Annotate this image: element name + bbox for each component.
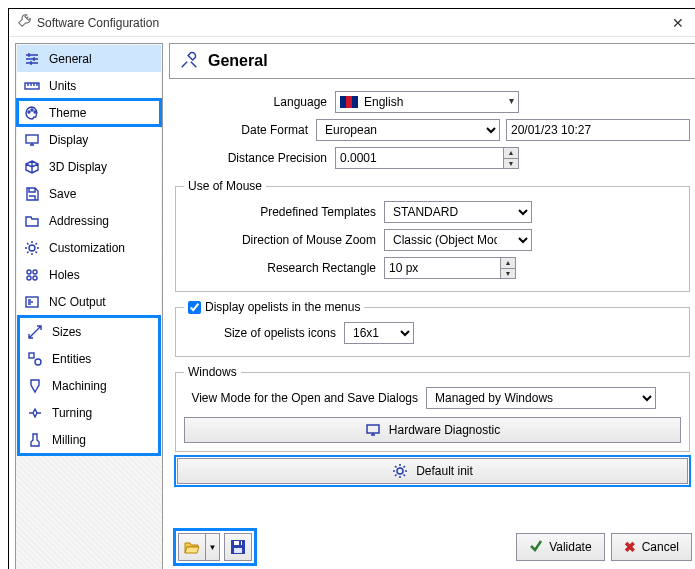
page-title: General [208, 52, 268, 70]
windows-fieldset: Windows View Mode for the Open and Save … [175, 365, 690, 452]
rect-label: Research Rectangle [184, 261, 384, 275]
svg-point-12 [35, 359, 41, 365]
shapes-icon [26, 350, 44, 368]
sidebar-item-label: General [49, 52, 155, 66]
sidebar-item-theme[interactable]: Theme [17, 99, 161, 126]
sidebar-item-label: Sizes [52, 325, 152, 339]
templates-label: Predefined Templates [184, 205, 384, 219]
windows-legend: Windows [184, 365, 241, 379]
precision-input[interactable] [335, 147, 519, 169]
sidebar-item-machining[interactable]: Machining [20, 372, 158, 399]
sidebar-item-units[interactable]: Units [17, 72, 161, 99]
spin-down[interactable]: ▼ [500, 269, 515, 279]
main: General Language English Date Format E [169, 43, 695, 569]
spin-up[interactable]: ▲ [503, 148, 518, 159]
language-select[interactable]: English [335, 91, 519, 113]
language-label: Language [175, 95, 335, 109]
svg-point-6 [27, 270, 31, 274]
sidebar-item-label: Addressing [49, 214, 155, 228]
sidebar-item-milling[interactable]: Milling [20, 426, 158, 453]
svg-point-2 [31, 109, 33, 111]
wrench-icon [17, 14, 31, 31]
flag-uk-icon [340, 96, 358, 108]
opesize-select[interactable]: 16x16 [344, 322, 414, 344]
viewmode-select[interactable]: Managed by Windows [426, 387, 656, 409]
svg-rect-13 [367, 425, 379, 433]
sidebar-item-label: Turning [52, 406, 152, 420]
svg-rect-11 [29, 353, 34, 358]
svg-point-3 [34, 111, 36, 113]
gear-icon [392, 463, 408, 479]
footer: ▼ Validate ✖ Cancel [169, 524, 695, 569]
templates-select[interactable]: STANDARD [384, 201, 532, 223]
sidebar-item-ncoutput[interactable]: NC Output [17, 288, 161, 315]
zoomdir-label: Direction of Mouse Zoom [184, 233, 384, 247]
sidebar-item-label: Customization [49, 241, 155, 255]
svg-point-8 [27, 276, 31, 280]
sidebar-item-label: Machining [52, 379, 152, 393]
sidebar-item-general[interactable]: General [17, 45, 161, 72]
viewmode-label: View Mode for the Open and Save Dialogs [184, 391, 426, 405]
close-button[interactable]: ✕ [662, 15, 694, 31]
sidebar-item-addressing[interactable]: Addressing [17, 207, 161, 234]
svg-rect-4 [26, 135, 38, 143]
window-title: Software Configuration [37, 16, 662, 30]
validate-button[interactable]: Validate [516, 533, 604, 561]
opelists-fieldset: Display opelists in the menus Size of op… [175, 300, 690, 357]
drill-icon [26, 377, 44, 395]
sidebar-item-label: Display [49, 133, 155, 147]
sliders-icon [23, 50, 41, 68]
zoomdir-select[interactable]: Classic (Object Mode) [384, 229, 532, 251]
sidebar-item-label: Entities [52, 352, 152, 366]
open-dropdown[interactable]: ▼ [206, 533, 220, 561]
sidebar-item-label: NC Output [49, 295, 155, 309]
svg-rect-18 [239, 541, 241, 545]
sidebar-item-turning[interactable]: Turning [20, 399, 158, 426]
sidebar-item-label: Theme [49, 106, 155, 120]
default-init-button[interactable]: Default init [177, 458, 688, 484]
svg-rect-17 [234, 548, 242, 553]
tools-icon [178, 49, 200, 74]
svg-point-7 [33, 270, 37, 274]
body: General Units Theme Display 3D Display [9, 37, 695, 569]
palette-icon [23, 104, 41, 122]
sidebar-item-display[interactable]: Display [17, 126, 161, 153]
language-value: English [364, 95, 403, 109]
monitor-icon [23, 131, 41, 149]
opelists-checkbox[interactable] [188, 301, 201, 314]
dateformat-preview [506, 119, 690, 141]
save-icon [23, 185, 41, 203]
dateformat-select[interactable]: European [316, 119, 500, 141]
spin-down[interactable]: ▼ [503, 159, 518, 169]
sidebar-item-label: Milling [52, 433, 152, 447]
sidebar-item-customization[interactable]: Customization [17, 234, 161, 261]
rect-input[interactable] [384, 257, 516, 279]
sidebar-item-sizes[interactable]: Sizes [20, 318, 158, 345]
lathe-icon [26, 404, 44, 422]
save-button[interactable] [224, 533, 252, 561]
content: Language English Date Format European [169, 85, 695, 518]
cancel-button[interactable]: ✖ Cancel [611, 533, 692, 561]
page-header: General [169, 43, 695, 79]
sidebar-item-label: Units [49, 79, 155, 93]
hardware-diagnostic-button[interactable]: Hardware Diagnostic [184, 417, 681, 443]
gear-icon [23, 239, 41, 257]
mouse-legend: Use of Mouse [184, 179, 266, 193]
file-buttons: ▼ [173, 528, 257, 566]
dimension-icon [26, 323, 44, 341]
titlebar: Software Configuration ✕ [9, 9, 695, 37]
open-button[interactable] [178, 533, 206, 561]
sidebar-item-3ddisplay[interactable]: 3D Display [17, 153, 161, 180]
sidebar-item-save[interactable]: Save [17, 180, 161, 207]
spin-up[interactable]: ▲ [500, 258, 515, 269]
folder-open-icon [183, 538, 201, 556]
svg-point-1 [28, 111, 30, 113]
holes-icon [23, 266, 41, 284]
check-icon [529, 539, 543, 556]
mouse-fieldset: Use of Mouse Predefined Templates STANDA… [175, 179, 690, 292]
svg-point-14 [397, 468, 403, 474]
sidebar-item-entities[interactable]: Entities [20, 345, 158, 372]
cube-icon [23, 158, 41, 176]
sidebar-item-holes[interactable]: Holes [17, 261, 161, 288]
sidebar-item-label: Holes [49, 268, 155, 282]
